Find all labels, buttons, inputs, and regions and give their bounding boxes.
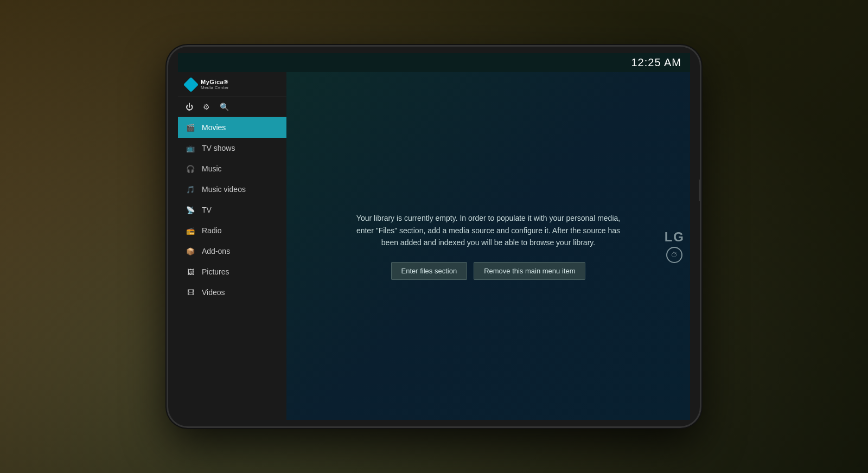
sidebar-item-radio[interactable]: 📻 Radio (178, 220, 286, 241)
logo-subtitle: Media Center (201, 85, 229, 90)
sidebar-item-movies-label: Movies (202, 123, 226, 132)
lg-watermark: LG ⏱ (665, 229, 685, 263)
sidebar-item-radio-label: Radio (202, 226, 222, 235)
radio-icon: 📻 (186, 226, 195, 235)
toolbar-icons: ⏻ ⚙ 🔍 (178, 97, 286, 117)
settings-icon[interactable]: ⚙ (203, 103, 210, 111)
action-buttons: Enter files section Remove this main men… (391, 262, 586, 280)
logo-text: MyGica® Media Center (201, 79, 229, 90)
clock-display: 12:25 AM (631, 56, 681, 69)
search-icon[interactable]: 🔍 (220, 103, 229, 111)
sidebar-item-musicvideos[interactable]: 🎵 Music videos (178, 179, 286, 200)
lg-clock-icon: ⏱ (666, 247, 682, 263)
remove-menu-item-button[interactable]: Remove this main menu item (474, 262, 585, 280)
sidebar-item-tv-label: TV (202, 206, 212, 214)
tvshows-icon: 📺 (186, 143, 195, 153)
sidebar-item-tvshows[interactable]: 📺 TV shows (178, 138, 286, 158)
music-icon: 🎧 (186, 164, 195, 174)
phone-screen: 12:25 AM MyGica® Media Center ⏻ ⚙ � (178, 53, 690, 420)
phone-frame: 12:25 AM MyGica® Media Center ⏻ ⚙ � (168, 47, 700, 426)
logo-area: MyGica® Media Center (178, 72, 286, 97)
tv-icon: 📡 (186, 205, 195, 215)
sidebar-item-addons-label: Add-ons (202, 247, 230, 255)
main-content: MyGica® Media Center ⏻ ⚙ 🔍 🎬 Movies (178, 72, 690, 420)
content-area: Your library is currently empty. In orde… (286, 72, 690, 420)
sidebar-item-pictures-label: Pictures (202, 267, 229, 276)
sidebar-item-music[interactable]: 🎧 Music (178, 158, 286, 179)
nav-items: 🎬 Movies 📺 TV shows 🎧 Music 🎵 Music vide… (178, 117, 286, 420)
sidebar-item-tvshows-label: TV shows (202, 144, 235, 152)
videos-icon: 🎞 (186, 287, 195, 297)
sidebar-item-musicvideos-label: Music videos (202, 185, 246, 194)
addons-icon: 📦 (186, 246, 195, 256)
logo-brand: MyGica® (201, 79, 229, 85)
sidebar-item-music-label: Music (202, 164, 222, 173)
sidebar-item-addons[interactable]: 📦 Add-ons (178, 241, 286, 261)
movies-icon: 🎬 (186, 123, 195, 132)
sidebar: MyGica® Media Center ⏻ ⚙ 🔍 🎬 Movies (178, 72, 286, 420)
power-icon[interactable]: ⏻ (186, 103, 193, 111)
pictures-icon: 🖼 (186, 267, 195, 277)
sidebar-item-pictures[interactable]: 🖼 Pictures (178, 261, 286, 282)
enter-files-section-button[interactable]: Enter files section (391, 262, 468, 280)
logo-diamond-icon (183, 76, 199, 92)
lg-brand-text: LG (665, 229, 685, 245)
phone-side-button (699, 180, 700, 201)
sidebar-item-videos-label: Videos (202, 288, 225, 297)
empty-library-message: Your library is currently empty. In orde… (353, 212, 624, 248)
sidebar-item-videos[interactable]: 🎞 Videos (178, 282, 286, 303)
top-bar: 12:25 AM (178, 53, 690, 72)
sidebar-item-tv[interactable]: 📡 TV (178, 200, 286, 220)
musicvideos-icon: 🎵 (186, 184, 195, 194)
sidebar-item-movies[interactable]: 🎬 Movies (178, 117, 286, 138)
